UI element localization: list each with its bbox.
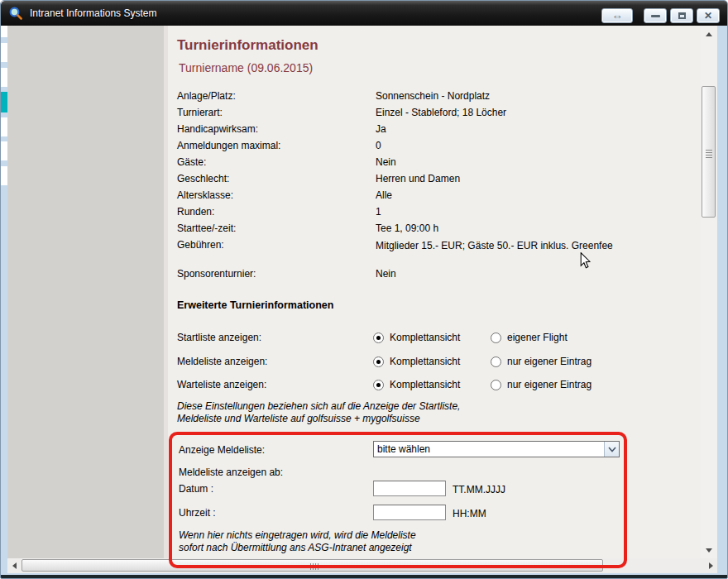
info-value: Nein — [376, 268, 396, 280]
radio-button[interactable] — [373, 356, 384, 367]
meldeliste-dropdown[interactable]: bitte wählen — [373, 441, 620, 457]
radio-option-label: nur eigener Eintrag — [507, 379, 592, 390]
info-value: Alle — [376, 189, 392, 201]
info-value: Ja — [376, 123, 386, 135]
info-label: Runden: — [177, 206, 214, 218]
vertical-scrollbar[interactable] — [701, 26, 717, 558]
info-value: 0 — [376, 140, 381, 151]
info-label: Starttee/-zeit: — [177, 223, 236, 234]
time-format-hint: HH:MM — [453, 508, 486, 519]
radio-button[interactable] — [373, 333, 384, 343]
radio-row-label: Warteliste anzeigen: — [177, 379, 266, 390]
settings-note-line1: Diese Einstellungen beziehen sich auf di… — [177, 400, 460, 412]
radio-option-label: Komplettansicht — [390, 379, 460, 390]
box-note-line1: Wenn hier nichts eingetragen wird, wird … — [179, 529, 416, 541]
radio-option[interactable]: nur eigener Eintrag — [491, 356, 592, 367]
app-magnifier-icon — [8, 6, 23, 21]
sidebar — [7, 26, 164, 558]
dropdown-selected-value: bitte wählen — [374, 443, 604, 455]
radio-option-label: Komplettansicht — [390, 332, 460, 343]
close-button[interactable]: ✕ — [697, 8, 720, 23]
info-value: Mitglieder 15.- EUR; Gäste 50.- EUR inkl… — [376, 239, 624, 252]
radio-row-label: Meldeliste anzeigen: — [177, 356, 267, 367]
scroll-left-button[interactable] — [7, 558, 21, 573]
vertical-scrollbar-thumb[interactable] — [702, 86, 716, 218]
scroll-down-icon — [706, 548, 712, 553]
radio-option-label: eigener Flight — [507, 332, 568, 343]
radio-option[interactable]: Komplettansicht — [373, 356, 460, 367]
time-input[interactable] — [373, 505, 446, 520]
radio-option[interactable]: Komplettansicht — [373, 332, 460, 343]
info-label: Geschlecht: — [177, 173, 229, 184]
app-window: Startseite Clubpersonen Mitglieder Handi… — [0, 0, 728, 579]
info-label: Anmeldungen maximal: — [177, 140, 280, 151]
date-format-hint: TT.MM.JJJJ — [453, 484, 505, 495]
info-value: Nein — [376, 156, 396, 168]
dropdown-label: Anzeige Meldeliste: — [179, 444, 265, 456]
date-input[interactable] — [373, 481, 446, 496]
scroll-down-button[interactable] — [701, 543, 717, 557]
box-note-line2: sofort nach Übermittlung ans ASG-Intrane… — [179, 542, 412, 553]
main-content-panel — [168, 26, 701, 558]
radio-button[interactable] — [373, 380, 384, 390]
chevron-down-icon[interactable] — [604, 442, 619, 457]
info-label: Turnierart: — [177, 107, 223, 118]
horizontal-scrollbar[interactable] — [7, 558, 717, 573]
scroll-up-button[interactable] — [701, 27, 717, 41]
window-bottom-border — [1, 575, 728, 579]
minimize-button[interactable] — [644, 8, 667, 23]
radio-option-label: nur eigener Eintrag — [507, 356, 592, 367]
scroll-up-icon — [706, 32, 712, 36]
info-label: Gäste: — [177, 156, 206, 168]
radio-row-label: Startliste anzeigen: — [177, 332, 261, 343]
info-label: Anlage/Platz: — [177, 90, 236, 102]
swap-window-button[interactable]: ⇔ — [601, 8, 633, 23]
date-label: Datum : — [179, 483, 213, 495]
info-label: Sponsorenturnier: — [177, 268, 256, 280]
time-label: Uhrzeit : — [179, 507, 216, 519]
tournament-name: Turniername (09.06.2015) — [179, 61, 313, 74]
scroll-right-button[interactable] — [704, 558, 717, 573]
section-heading: Erweiterte Turnierinformationen — [177, 299, 333, 311]
info-value: Herren und Damen — [376, 173, 460, 184]
scrollbar-grip-icon — [310, 563, 318, 570]
info-label: Altersklasse: — [177, 189, 233, 201]
info-value: 1 — [376, 206, 381, 218]
minimize-icon — [651, 15, 660, 17]
info-value: Tee 1, 09:00 h — [376, 223, 438, 234]
radio-button[interactable] — [491, 356, 501, 367]
mouse-cursor — [580, 252, 592, 272]
radio-button[interactable] — [491, 380, 501, 390]
scrollbar-grip-icon — [706, 150, 712, 158]
settings-note-line2: Meldeliste und Warteliste auf golfsuisse… — [177, 413, 420, 424]
radio-option-label: Komplettansicht — [390, 356, 460, 367]
maximize-button[interactable] — [670, 8, 693, 23]
scroll-right-icon — [709, 562, 713, 569]
radio-button[interactable] — [491, 333, 501, 343]
title-bar[interactable]: Intranet Informations System ⇔ ✕ — [1, 1, 728, 26]
info-value: Sonnenschein - Nordplatz — [376, 90, 490, 102]
radio-option[interactable]: eigener Flight — [491, 332, 568, 343]
scroll-left-icon — [12, 562, 17, 569]
info-label: Gebühren: — [177, 239, 224, 251]
window-title: Intranet Informations System — [30, 7, 156, 19]
page-title: Turnierinformationen — [177, 37, 318, 54]
radio-option[interactable]: Komplettansicht — [373, 379, 460, 390]
maximize-icon — [678, 12, 686, 19]
info-value: Einzel - Stableford; 18 Löcher — [376, 107, 506, 118]
horizontal-scrollbar-thumb[interactable] — [22, 559, 603, 572]
radio-option[interactable]: nur eigener Eintrag — [491, 379, 592, 390]
subheading: Meldeliste anzeigen ab: — [179, 467, 283, 478]
info-label: Handicapwirksam: — [177, 123, 258, 135]
